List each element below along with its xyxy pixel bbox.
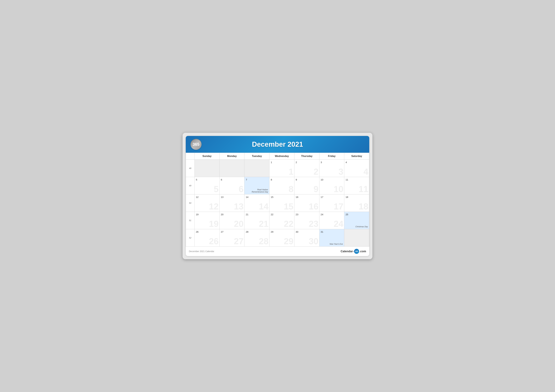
day-number: 18	[345, 196, 368, 198]
day-ghost-number: 28	[259, 237, 269, 246]
footer-brand-logo: 365	[354, 249, 359, 254]
day-number: 21	[246, 213, 268, 216]
day-cell-13[interactable]: 1313	[219, 194, 245, 212]
event-label: Christmas Day	[355, 226, 368, 228]
day-cell-28[interactable]: 2828	[244, 229, 270, 247]
day-header-monday: Monday	[219, 153, 245, 160]
day-number: 4	[345, 161, 368, 164]
day-number: 29	[271, 230, 293, 233]
day-cell-6[interactable]: 66	[219, 177, 245, 194]
calendar-header: 365 December 2021	[186, 136, 369, 153]
day-cell-25[interactable]: 25Christmas Day	[344, 212, 369, 229]
day-ghost-number: 1	[289, 167, 293, 176]
day-number: 12	[196, 196, 218, 198]
day-cell-empty-4-6[interactable]	[344, 229, 369, 247]
day-ghost-number: 6	[239, 185, 244, 193]
day-number: 6	[221, 178, 243, 181]
day-cell-5[interactable]: 55	[195, 177, 219, 194]
day-number: 7	[246, 178, 268, 181]
day-cell-12[interactable]: 1212	[195, 194, 219, 212]
day-cell-29[interactable]: 2929	[270, 229, 294, 247]
day-ghost-number: 4	[363, 167, 368, 176]
day-ghost-number: 27	[234, 237, 243, 246]
day-ghost-number: 15	[284, 202, 293, 211]
day-ghost-number: 11	[359, 185, 368, 193]
day-ghost-number: 21	[259, 220, 269, 228]
footer-text: December 2021 Calendar	[189, 250, 214, 253]
day-header-tuesday: Tuesday	[244, 153, 270, 160]
event-label: Pearl Harbor Remembrance Day	[244, 189, 268, 193]
day-number: 28	[246, 230, 268, 233]
day-ghost-number: 20	[234, 220, 243, 228]
day-cell-21[interactable]: 2121	[244, 212, 270, 229]
day-cell-20[interactable]: 2020	[219, 212, 245, 229]
day-cell-27[interactable]: 2727	[219, 229, 245, 247]
day-cell-18[interactable]: 1818	[344, 194, 369, 212]
day-ghost-number: 13	[234, 202, 243, 211]
day-number: 26	[196, 230, 218, 233]
day-cell-19[interactable]: 1919	[195, 212, 219, 229]
day-cell-30[interactable]: 3030	[294, 229, 319, 247]
week-num-50: 50	[186, 194, 195, 212]
day-cell-empty-0-0[interactable]	[195, 160, 219, 177]
day-cell-16[interactable]: 1616	[294, 194, 319, 212]
day-number: 9	[296, 178, 318, 181]
day-cell-26[interactable]: 2626	[195, 229, 219, 247]
day-number: 2	[296, 161, 318, 164]
day-number: 17	[321, 196, 343, 198]
day-cell-10[interactable]: 1010	[319, 177, 344, 194]
day-number: 8	[271, 178, 293, 181]
day-number: 13	[221, 196, 243, 198]
page-wrapper: 365 December 2021 Sunday Monday Tuesday …	[183, 133, 372, 259]
day-cell-empty-0-1[interactable]	[219, 160, 245, 177]
week-num-52: 52	[186, 229, 195, 247]
footer-brand: Calendar- 365 .com	[341, 249, 366, 254]
day-number: 23	[296, 213, 318, 216]
calendar-title: December 2021	[202, 140, 353, 148]
day-ghost-number: 30	[309, 237, 318, 246]
day-number: 27	[221, 230, 243, 233]
day-number: 30	[296, 230, 318, 233]
day-ghost-number: 5	[214, 185, 219, 193]
day-cell-4[interactable]: 44	[344, 160, 369, 177]
logo-circle: 365	[190, 139, 202, 150]
week-num-header	[186, 153, 195, 160]
day-cell-9[interactable]: 99	[294, 177, 319, 194]
day-ghost-number: 22	[284, 220, 293, 228]
day-cell-14[interactable]: 1414	[244, 194, 270, 212]
week-num-51: 51	[186, 212, 195, 229]
day-cell-31[interactable]: 31New Year's Eve	[319, 229, 344, 247]
day-number: 14	[246, 196, 268, 198]
day-ghost-number: 26	[209, 237, 219, 246]
day-cell-11[interactable]: 1111	[344, 177, 369, 194]
day-number: 24	[321, 213, 343, 216]
day-cell-empty-0-2[interactable]	[244, 160, 270, 177]
week-num-48: 48	[186, 160, 195, 177]
day-number: 3	[321, 161, 343, 164]
day-ghost-number: 12	[209, 202, 219, 211]
day-cell-2[interactable]: 22	[294, 160, 319, 177]
day-header-thursday: Thursday	[294, 153, 319, 160]
day-cell-8[interactable]: 88	[270, 177, 294, 194]
calendar-container: 365 December 2021 Sunday Monday Tuesday …	[186, 136, 369, 256]
day-ghost-number: 16	[309, 202, 318, 211]
day-header-saturday: Saturday	[344, 153, 369, 160]
day-number: 16	[296, 196, 318, 198]
day-number: 15	[271, 196, 293, 198]
day-ghost-number: 2	[314, 167, 319, 176]
day-number: 10	[321, 178, 343, 181]
day-ghost-number: 17	[334, 202, 343, 211]
day-cell-17[interactable]: 1717	[319, 194, 344, 212]
day-cell-15[interactable]: 1515	[270, 194, 294, 212]
day-cell-3[interactable]: 33	[319, 160, 344, 177]
day-cell-7[interactable]: 7Pearl Harbor Remembrance Day	[244, 177, 270, 194]
day-cell-23[interactable]: 2323	[294, 212, 319, 229]
day-number: 22	[271, 213, 293, 216]
day-cell-22[interactable]: 2222	[270, 212, 294, 229]
day-cell-1[interactable]: 11	[270, 160, 294, 177]
week-num-49: 49	[186, 177, 195, 194]
day-number: 11	[345, 178, 368, 181]
day-number: 25	[345, 213, 368, 216]
day-number: 31	[321, 230, 343, 233]
day-cell-24[interactable]: 2424	[319, 212, 344, 229]
